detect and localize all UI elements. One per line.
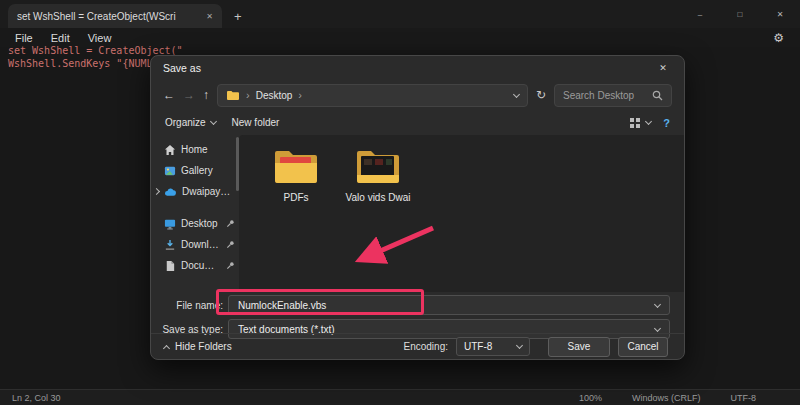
pin-icon (226, 240, 235, 249)
file-list[interactable]: PDFs Valo vids Dwai (239, 135, 684, 292)
notepad-window: set WshShell = CreateObject(WScri ✕ + – … (0, 0, 800, 405)
line-ending: Windows (CRLF) (632, 393, 701, 403)
folder-icon (354, 147, 402, 187)
annotation-highlight-box (216, 289, 424, 315)
zoom-level[interactable]: 100% (579, 393, 602, 403)
encoding-value: UTF-8 (464, 341, 492, 352)
folder-tile-pdfs[interactable]: PDFs (261, 147, 331, 203)
window-controls: – □ ✕ (680, 0, 800, 28)
dialog-title: Save as (163, 62, 201, 74)
chevron-right-icon[interactable] (153, 188, 160, 195)
sidebar-item-home[interactable]: Home (151, 139, 239, 160)
navigation-pane: Home Gallery Dwaipayan - Per (151, 135, 239, 292)
sidebar-item-gallery[interactable]: Gallery (151, 160, 239, 181)
maximize-button[interactable]: □ (720, 0, 760, 28)
sidebar-item-label: Desktop (181, 218, 221, 229)
chevron-down-icon[interactable] (654, 300, 661, 307)
menu-edit[interactable]: Edit (42, 31, 79, 45)
menu-file[interactable]: File (6, 31, 42, 45)
sidebar-item-label: Dwaipayan - Per (182, 186, 235, 197)
new-tab-button[interactable]: + (234, 10, 242, 23)
chevron-up-icon (163, 344, 170, 351)
search-placeholder: Search Desktop (563, 90, 634, 101)
dialog-close-icon[interactable]: ✕ (644, 56, 682, 80)
breadcrumb-location[interactable]: Desktop (256, 90, 293, 101)
help-icon[interactable]: ? (663, 117, 670, 129)
gallery-icon (164, 165, 176, 177)
dialog-footer: Hide Folders Encoding: UTF-8 Save Cancel (151, 333, 684, 359)
menu-view[interactable]: View (79, 31, 121, 45)
dialog-command-bar: Organize New folder ? (151, 110, 684, 135)
organize-label: Organize (165, 117, 206, 128)
chevron-down-icon (210, 118, 217, 125)
titlebar: set WshShell = CreateObject(WScri ✕ + – … (0, 0, 800, 28)
sidebar-item-label: Documents (181, 260, 221, 271)
view-grid-icon (629, 117, 641, 129)
forward-icon[interactable]: → (183, 88, 195, 102)
pin-icon (226, 261, 235, 270)
chevron-down-icon (516, 342, 523, 349)
sidebar-separator (151, 202, 239, 213)
cancel-button[interactable]: Cancel (618, 337, 668, 357)
tab-close-icon[interactable]: ✕ (206, 12, 213, 21)
up-icon[interactable]: ↑ (203, 88, 209, 102)
chevron-down-icon[interactable] (513, 90, 520, 97)
folder-name: Valo vids Dwai (346, 192, 411, 203)
pin-icon (226, 219, 235, 228)
encoding-label: Encoding: (404, 341, 448, 352)
encoding-select[interactable]: UTF-8 (456, 337, 530, 356)
close-button[interactable]: ✕ (760, 0, 800, 28)
refresh-icon[interactable]: ↻ (536, 88, 546, 102)
folder-tile-valo-vids[interactable]: Valo vids Dwai (343, 147, 413, 203)
save-button[interactable]: Save (548, 337, 610, 357)
settings-gear-icon[interactable]: ⚙ (773, 31, 784, 45)
sidebar-item-label: Home (181, 144, 235, 155)
documents-icon (164, 260, 176, 272)
chevron-down-icon[interactable] (654, 324, 661, 331)
desktop-icon (164, 218, 176, 230)
sidebar-item-label: Gallery (181, 165, 235, 176)
breadcrumb-separator: › (298, 89, 302, 101)
sidebar-scrollbar[interactable] (236, 137, 239, 191)
new-folder-label: New folder (232, 117, 280, 128)
sidebar-item-documents[interactable]: Documents (151, 255, 239, 276)
dialog-nav-bar: ← → ↑ › Desktop › ↻ Search Desktop (151, 80, 684, 110)
new-folder-button[interactable]: New folder (232, 117, 280, 128)
cursor-position: Ln 2, Col 30 (12, 393, 61, 403)
folder-name: PDFs (284, 192, 309, 203)
address-bar[interactable]: › Desktop › (217, 84, 528, 107)
hide-folders-button[interactable]: Hide Folders (164, 341, 232, 352)
onedrive-cloud-icon (164, 187, 177, 197)
tab-title: set WshShell = CreateObject(WScri (17, 11, 200, 22)
view-options-button[interactable] (629, 117, 651, 129)
sidebar-item-desktop[interactable]: Desktop (151, 213, 239, 234)
sidebar-item-onedrive[interactable]: Dwaipayan - Per (151, 181, 239, 202)
folder-icon (272, 147, 320, 187)
breadcrumb-separator: › (246, 89, 250, 101)
organize-button[interactable]: Organize (165, 117, 216, 128)
statusbar-right: 100% Windows (CRLF) UTF-8 (579, 393, 756, 403)
dialog-body: Home Gallery Dwaipayan - Per (151, 135, 684, 292)
dialog-titlebar: Save as ✕ (151, 56, 684, 80)
folder-icon (226, 90, 240, 101)
encoding-status[interactable]: UTF-8 (731, 393, 757, 403)
home-icon (164, 144, 176, 156)
command-bar-right: ? (629, 117, 670, 129)
statusbar: Ln 2, Col 30 100% Windows (CRLF) UTF-8 (0, 389, 800, 405)
sidebar-item-label: Downloads (181, 239, 221, 250)
chevron-down-icon (645, 118, 652, 125)
hide-folders-label: Hide Folders (175, 341, 232, 352)
file-name-label: File name: (151, 300, 223, 311)
editor-tab[interactable]: set WshShell = CreateObject(WScri ✕ (8, 4, 222, 28)
downloads-icon (164, 239, 176, 251)
sidebar-item-downloads[interactable]: Downloads (151, 234, 239, 255)
search-icon (652, 90, 663, 101)
back-icon[interactable]: ← (163, 88, 175, 102)
search-input[interactable]: Search Desktop (554, 84, 672, 107)
minimize-button[interactable]: – (680, 0, 720, 28)
